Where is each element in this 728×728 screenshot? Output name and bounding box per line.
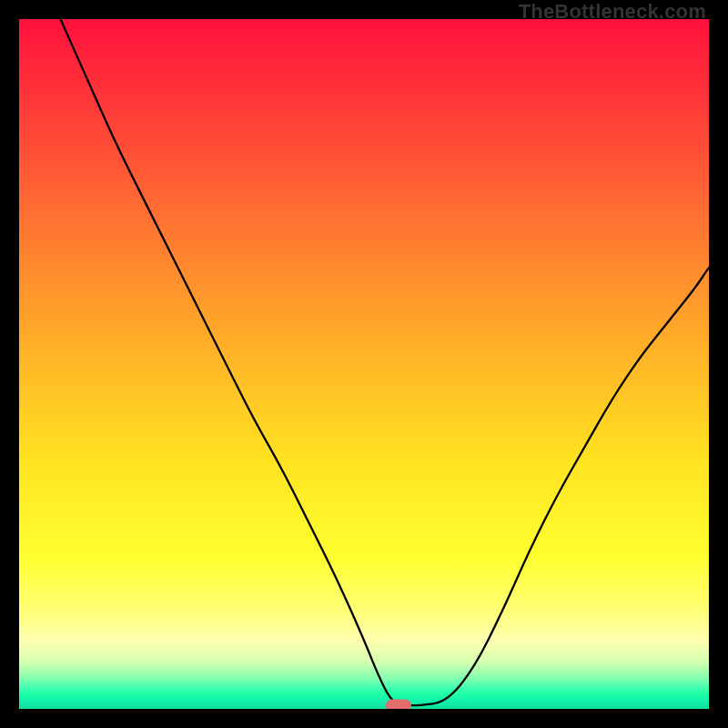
chart-frame: TheBottleneck.com: [0, 0, 728, 728]
curve-path: [60, 19, 709, 705]
plot-area: [19, 19, 709, 709]
bottleneck-curve: [19, 19, 709, 709]
optimal-point-marker: [386, 700, 411, 709]
